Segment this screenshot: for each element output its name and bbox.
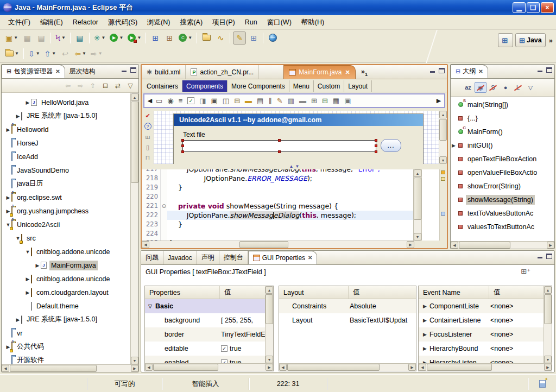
minimize-button[interactable]: ▁	[513, 2, 526, 13]
table-hscrollbar[interactable]: ◀▶	[419, 363, 552, 371]
scroll-down-icon[interactable]: ▼	[131, 357, 138, 364]
tree-item[interactable]: ▶org.yushang.jumpchess	[2, 204, 130, 218]
check-box-icon[interactable]: ✓	[187, 97, 194, 104]
tree-item[interactable]: ▶JRE 系统库 [java-1.5.0]	[2, 313, 130, 326]
palette-tab-containers[interactable]: Containers	[143, 80, 182, 92]
validate-icon[interactable]: ✔	[145, 112, 150, 119]
hide-static-icon[interactable]: S	[487, 82, 499, 93]
formatted-text-field-icon[interactable]: ▥	[288, 97, 294, 104]
align-middle-icon[interactable]: ▯	[146, 144, 149, 150]
sash-up-icon[interactable]: ▲	[289, 165, 294, 169]
scroll-up-icon[interactable]: ▲	[414, 169, 421, 177]
minimize-view-icon[interactable]	[537, 254, 543, 259]
outline-item[interactable]: textToValuesButtonAc	[451, 206, 554, 220]
scroll-down-icon[interactable]: ▼	[439, 156, 447, 164]
tree-expand-icon[interactable]: ▼	[24, 249, 31, 255]
code-line[interactable]: 222 JOptionPane.showMessageDialog(this, …	[142, 211, 414, 220]
help-icon[interactable]: ?	[144, 123, 151, 130]
dropdown-arrow-icon[interactable]: ▼	[36, 51, 40, 56]
back-button[interactable]: ⇦▼	[73, 47, 88, 60]
scroll-up-icon[interactable]: ▲	[131, 93, 138, 101]
property-row[interactable]: borderTinyTextFieldE	[145, 327, 273, 342]
outline-hscrollbar[interactable]: ◀ ▶	[451, 241, 554, 249]
selection-handle[interactable]	[375, 144, 377, 147]
open-folder-button[interactable]: ▼	[4, 47, 21, 60]
menu-item[interactable]: 浏览(N)	[142, 16, 175, 29]
cell-value[interactable]: Absolute	[349, 302, 416, 310]
combo-box-icon[interactable]: ◫	[223, 97, 229, 104]
scroll-thumb[interactable]	[266, 294, 273, 324]
scroll-pane-icon[interactable]: ▣	[344, 97, 351, 104]
bottom-tab-声明[interactable]: 声明	[197, 251, 219, 264]
tree-item[interactable]: ▼cnitblog.addone.unicode	[2, 245, 130, 258]
palette-tab-components[interactable]: Components	[182, 80, 228, 92]
menu-item[interactable]: 源代码(S)	[103, 16, 142, 29]
dropdown-arrow-icon[interactable]: ▼	[98, 51, 103, 56]
editor-tab-build-xml[interactable]: ✱build.xml	[142, 65, 186, 79]
scroll-down-icon[interactable]: ▼	[544, 356, 552, 363]
tree-expand-icon[interactable]: ▶	[5, 127, 11, 132]
palette-tab-custom[interactable]: Custom	[314, 80, 344, 92]
new-java-application-button[interactable]: ⊞	[149, 31, 162, 45]
tree-item[interactable]: ▶cnitblog.addone.unicode	[2, 272, 130, 286]
dropdown-arrow-icon[interactable]: ▼	[102, 35, 106, 40]
radio-button-icon[interactable]: ◉	[167, 97, 173, 104]
column-header[interactable]: Layout	[279, 286, 349, 299]
new-package-button[interactable]: ⊞	[163, 31, 176, 45]
editor-tab-mainform-java[interactable]: MainForm.java✕	[283, 65, 356, 79]
palette-scroll-right-icon[interactable]: ▶	[435, 97, 443, 104]
column-header[interactable]: 值	[349, 286, 416, 299]
outline-item[interactable]: showError(String)	[451, 179, 554, 193]
maximize-view-icon[interactable]	[546, 254, 552, 259]
view-menu-icon[interactable]: ▽	[525, 82, 536, 93]
palette-tab-more-components[interactable]: More Components	[228, 80, 289, 92]
outline-item[interactable]: openTextFileBoxAction	[451, 152, 554, 166]
scroll-thumb[interactable]	[287, 364, 380, 371]
view-menu-icon[interactable]: ▽	[124, 80, 136, 91]
checkbox-icon[interactable]: ✓	[221, 345, 228, 352]
row-expand-icon[interactable]: ▶	[423, 304, 427, 309]
category-row[interactable]: ▽Basic	[145, 299, 273, 313]
selection-handle[interactable]	[278, 139, 281, 142]
code-line[interactable]: 217 JOptionPane.showMessageDialog(this, …	[142, 169, 414, 174]
package-explorer-hscrollbar[interactable]: ◀ ▶	[2, 364, 138, 372]
menu-item[interactable]: 项目(P)	[207, 16, 240, 29]
scroll-right-icon[interactable]: ▶	[407, 241, 414, 248]
menu-item[interactable]: Refactor	[68, 16, 103, 28]
dropdown-arrow-icon[interactable]: ▼	[82, 51, 86, 56]
table-icon[interactable]: ⊞	[311, 97, 317, 104]
menu-item[interactable]: 窗口(W)	[262, 16, 296, 29]
layout-row[interactable]: LayoutBasicTextUI$Updat	[279, 313, 416, 327]
scroll-down-icon[interactable]: ▼	[266, 356, 273, 363]
menu-item[interactable]: 帮助(H)	[296, 16, 329, 29]
category-expand-icon[interactable]: ▽	[148, 304, 152, 309]
dropdown-arrow-icon[interactable]: ▼	[188, 35, 192, 40]
scroll-thumb[interactable]	[131, 102, 138, 183]
tree-expand-icon[interactable]: ▶	[15, 317, 21, 323]
java-perspective-button[interactable]: ⊞ Java	[515, 33, 546, 47]
launch-progress-icon[interactable]	[539, 380, 546, 388]
menu-item[interactable]: 文件(F)	[3, 16, 35, 29]
tree-expand-icon[interactable]: ▶	[5, 195, 11, 200]
tree-item[interactable]: HorseJ	[2, 136, 130, 150]
close-view-icon[interactable]: ✕	[478, 68, 483, 74]
sash-down-icon[interactable]: ▼	[295, 165, 300, 169]
scroll-left-icon[interactable]: ◀	[451, 242, 458, 249]
column-header[interactable]: 值	[489, 286, 552, 299]
event-row[interactable]: ▶FocusListener<none>	[419, 327, 552, 342]
open-perspective-button[interactable]: ⊞	[498, 33, 513, 47]
tree-item[interactable]: ▶org.eclipse.swt	[2, 191, 130, 204]
dropdown-arrow-icon[interactable]: ▼	[52, 51, 56, 56]
copy-view-button[interactable]: ⊞	[247, 31, 260, 45]
scroll-left-icon[interactable]: ◀	[419, 364, 426, 371]
cell-value[interactable]: <none>	[489, 317, 552, 324]
tree-item[interactable]: ▶JRE 系统库 [java-1.5.0]	[2, 109, 130, 123]
outline-item[interactable]: showMessage(String)	[451, 193, 554, 206]
outline-item[interactable]: ▶initGUI()	[451, 138, 554, 152]
scroll-up-icon[interactable]: ▲	[266, 286, 273, 294]
outline-item[interactable]: openValueFileBoxActio	[451, 166, 554, 179]
align-top-icon[interactable]: ш	[146, 134, 150, 140]
hide-non-public-icon[interactable]: ●	[500, 82, 511, 93]
code-line[interactable]: 219 }	[142, 183, 414, 192]
scroll-thumb[interactable]	[439, 119, 447, 141]
